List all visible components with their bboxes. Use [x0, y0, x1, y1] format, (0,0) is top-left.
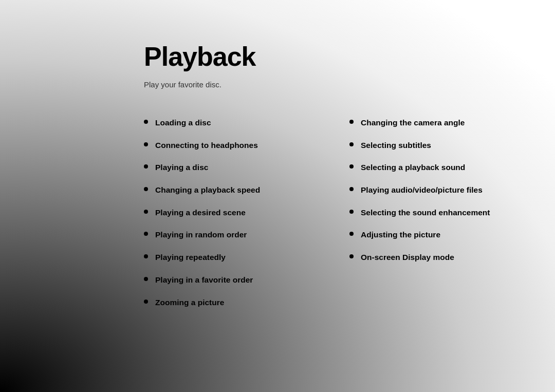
- left-list-item[interactable]: Playing repeatedly: [144, 252, 319, 263]
- right-list-item[interactable]: On-screen Display mode: [349, 252, 524, 263]
- list-item-label: Changing a playback speed: [155, 184, 260, 196]
- bullet-icon: [144, 142, 148, 146]
- bullet-icon: [144, 232, 148, 236]
- left-list-item[interactable]: Playing a disc: [144, 162, 319, 173]
- bullet-icon: [349, 232, 354, 236]
- left-list-item[interactable]: Changing a playback speed: [144, 184, 319, 196]
- bullet-icon: [144, 210, 148, 214]
- list-item-label: Playing a disc: [155, 162, 208, 173]
- right-list-item[interactable]: Changing the camera angle: [349, 117, 524, 128]
- bullet-icon: [144, 277, 148, 281]
- list-item-label: Playing a desired scene: [155, 207, 246, 218]
- list-item-label: Selecting subtitles: [361, 140, 431, 151]
- bullet-icon: [144, 300, 148, 304]
- right-list-item[interactable]: Selecting the sound enhancement: [349, 207, 524, 218]
- bullet-icon: [144, 254, 148, 258]
- left-list-item[interactable]: Loading a disc: [144, 117, 319, 128]
- list-item-label: Selecting a playback sound: [361, 162, 465, 173]
- columns-container: Loading a discConnecting to headphonesPl…: [144, 117, 524, 319]
- list-item-label: Connecting to headphones: [155, 140, 258, 151]
- bullet-icon: [349, 187, 354, 191]
- left-list-item[interactable]: Zooming a picture: [144, 297, 319, 308]
- list-item-label: Changing the camera angle: [361, 117, 465, 128]
- left-column: Loading a discConnecting to headphonesPl…: [144, 117, 319, 319]
- list-item-label: On-screen Display mode: [361, 252, 454, 263]
- list-item-label: Adjusting the picture: [361, 229, 440, 240]
- right-list-item[interactable]: Adjusting the picture: [349, 229, 524, 240]
- bullet-icon: [349, 120, 354, 124]
- left-list-item[interactable]: Playing a desired scene: [144, 207, 319, 218]
- bullet-icon: [349, 142, 354, 146]
- left-list-item[interactable]: Playing in random order: [144, 229, 319, 240]
- list-item-label: Selecting the sound enhancement: [361, 207, 490, 218]
- bullet-icon: [144, 120, 148, 124]
- list-item-label: Zooming a picture: [155, 297, 224, 308]
- bullet-icon: [349, 164, 354, 169]
- list-item-label: Playing audio/video/picture files: [361, 184, 483, 196]
- left-list-item[interactable]: Connecting to headphones: [144, 140, 319, 151]
- right-list-item[interactable]: Selecting a playback sound: [349, 162, 524, 173]
- list-item-label: Playing in a favorite order: [155, 274, 253, 286]
- list-item-label: Loading a disc: [155, 117, 211, 128]
- right-list-item[interactable]: Selecting subtitles: [349, 140, 524, 151]
- list-item-label: Playing in random order: [155, 229, 247, 240]
- right-column: Changing the camera angleSelecting subti…: [349, 117, 524, 319]
- left-menu-list: Loading a discConnecting to headphonesPl…: [144, 117, 319, 308]
- right-list-item[interactable]: Playing audio/video/picture files: [349, 184, 524, 196]
- page-subtitle: Play your favorite disc.: [144, 80, 524, 89]
- bullet-icon: [144, 187, 148, 191]
- page-content: Playback Play your favorite disc. Loadin…: [0, 0, 555, 340]
- bullet-icon: [349, 210, 354, 214]
- page-title: Playback: [144, 41, 524, 72]
- list-item-label: Playing repeatedly: [155, 252, 226, 263]
- right-menu-list: Changing the camera angleSelecting subti…: [349, 117, 524, 263]
- bullet-icon: [349, 254, 354, 258]
- bullet-icon: [144, 164, 148, 169]
- left-list-item[interactable]: Playing in a favorite order: [144, 274, 319, 286]
